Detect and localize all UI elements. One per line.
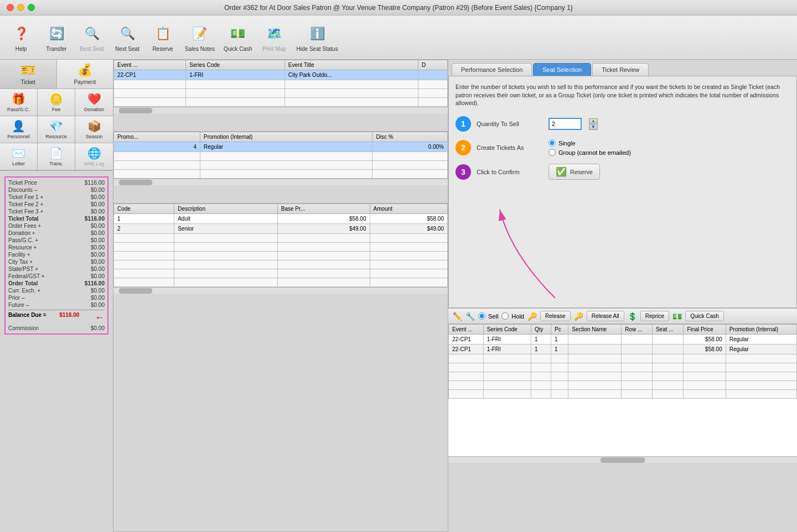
fee-label: Fee [52, 107, 61, 112]
reserve-button[interactable]: 📋 Reserve [146, 21, 179, 54]
ticket-empty-row [449, 354, 797, 363]
tickets-table-area[interactable]: Event ... Series Code Qty Pc Section Nam… [448, 324, 797, 456]
tab-seat-selection[interactable]: Seat Selection [533, 63, 591, 76]
seat-selection-panel: Enter the number of tickets you wish to … [448, 76, 797, 308]
radio-group[interactable] [548, 149, 556, 156]
help-icon: ❓ [11, 23, 32, 44]
trans-button[interactable]: 📄 Trans. [38, 143, 75, 170]
fin-row-ticket-price: Ticket Price $116.00 [8, 179, 105, 186]
reserve-btn-label: Reserve [570, 169, 593, 175]
fin-label-balance-due: Balance Due = [8, 312, 46, 324]
transfer-button[interactable]: 🔄 Transfer [40, 21, 73, 54]
events-table-row[interactable]: 22-CP1 1-FRI City Park Outdo... [114, 70, 448, 80]
promotions-table-scroll[interactable]: Promo... Promotion (Internal) Disc % 4 R… [113, 132, 448, 179]
tickets-col-promo: Promotion (Internal) [726, 325, 796, 335]
donation-icon: ❤️ [87, 92, 101, 106]
tickets-col-pc: Pc [551, 325, 568, 335]
personnel-button[interactable]: 👤 Personnel [0, 116, 38, 143]
price-amount-1: $58.00 [370, 214, 448, 224]
season-button[interactable]: 📦 Season [75, 116, 113, 143]
price-scrollbar[interactable] [113, 287, 448, 294]
event-series: 1-FRI [186, 70, 284, 80]
minimize-button[interactable] [17, 4, 24, 11]
events-scrollbar[interactable] [113, 107, 448, 113]
price-empty-row [114, 269, 448, 278]
quick-cash-bottom-button[interactable]: Quick Cash [685, 311, 724, 321]
help-button[interactable]: ❓ Help [4, 21, 38, 54]
best-seat-label: Best Seat [80, 46, 103, 52]
sales-notes-button[interactable]: 📝 Sales Notes [182, 21, 218, 54]
resource-button[interactable]: 💎 Resource [38, 116, 75, 143]
price-row-senior[interactable]: 2 Senior $49.00 $49.00 [114, 224, 448, 234]
radio-group-label[interactable]: Group (cannot be emailed) [548, 149, 631, 156]
ticket-seat-1 [652, 335, 684, 345]
confirm-reserve-button[interactable]: ✅ Reserve [548, 164, 600, 180]
pass-gc-button[interactable]: 🎁 Pass/G.C. [0, 89, 38, 116]
qty-down-button[interactable]: ▼ [589, 124, 598, 130]
events-col-series: Series Code [186, 60, 284, 70]
main-layout: 🎫 Ticket 💰 Payment 🎁 Pass/G.C. 🪙 Fee ❤️ … [0, 60, 797, 532]
tab-performance-selection[interactable]: Performance Selection [452, 63, 532, 76]
qty-up-button[interactable]: ▲ [589, 118, 598, 124]
promo-scrollbar-thumb [119, 180, 152, 185]
close-button[interactable] [7, 4, 14, 11]
price-scrollbar-thumb [119, 288, 152, 294]
tab-ticket[interactable]: 🎫 Ticket [0, 60, 57, 88]
title-bar: Order #362 for At Door Sales Patron @ Yo… [0, 0, 797, 15]
promo-empty-row [114, 152, 448, 161]
release-button[interactable]: Release [540, 311, 571, 321]
promo-table-row[interactable]: 4 Regular 0.00% [114, 142, 448, 152]
fin-value-future: $0.00 [91, 302, 105, 308]
price-row-adult[interactable]: 1 Adult $58.00 $58.00 [114, 214, 448, 224]
reprice-button[interactable]: Reprice [640, 311, 669, 321]
fin-row-order-total: Order Total $116.00 [8, 280, 105, 287]
event-title: City Park Outdo... [284, 70, 418, 80]
fin-label-facility: Facility + [8, 252, 30, 258]
resource-label: Resource [45, 134, 67, 139]
reprice-icon: 💲 [628, 312, 637, 321]
sell-radio[interactable] [478, 312, 485, 320]
step3-label: Click to Confirm [477, 169, 543, 175]
radio-single[interactable] [548, 139, 556, 147]
radio-single-label[interactable]: Single [548, 139, 631, 147]
sell-radio-label[interactable]: Sell [478, 312, 498, 320]
tab-ticket-review[interactable]: Ticket Review [592, 63, 649, 76]
edit-icon: ✏️ [453, 312, 462, 321]
hold-radio[interactable] [501, 312, 509, 320]
ticket-section-1 [568, 335, 622, 345]
letter-button[interactable]: ✉️ Letter [0, 143, 38, 170]
ticket-seat-2 [652, 345, 684, 354]
promotions-table-container: Promo... Promotion (Internal) Disc % 4 R… [113, 132, 448, 204]
price-code-1: 1 [114, 214, 174, 224]
fee-button[interactable]: 🪙 Fee [38, 89, 75, 116]
quantity-input[interactable] [548, 118, 582, 130]
fin-row-facility: Facility + $0.00 [8, 251, 105, 258]
price-desc-2: Senior [174, 224, 278, 234]
center-area: Event ... Series Code Event Title D 22-C… [113, 60, 448, 532]
promo-scrollbar[interactable] [113, 179, 448, 185]
pricing-table-container: Code Description Base Pr... Amount 1 Adu… [113, 204, 448, 532]
quick-cash-icon: 💵 [227, 23, 249, 44]
tickets-scrollbar[interactable] [448, 456, 797, 463]
pricing-table-scroll[interactable]: Code Description Base Pr... Amount 1 Adu… [113, 204, 448, 287]
window-title: Order #362 for At Door Sales Patron @ Yo… [224, 4, 573, 12]
events-table-scroll[interactable]: Event ... Series Code Event Title D 22-C… [113, 60, 448, 107]
best-seat-button[interactable]: 🔍 Best Seat [75, 21, 108, 54]
ticket-qty-2: 1 [531, 345, 551, 354]
pass-gc-label: Pass/G.C. [7, 107, 30, 112]
quick-cash-toolbar-button[interactable]: 💵 Quick Cash [220, 21, 256, 54]
print-map-button[interactable]: 🗺️ Print Map [258, 21, 291, 54]
price-col-code: Code [114, 204, 174, 214]
donation-button[interactable]: ❤️ Donation [75, 89, 113, 116]
hold-radio-label[interactable]: Hold [501, 312, 524, 320]
hide-seat-status-button[interactable]: ℹ️ Hide Seat Status [293, 21, 341, 54]
ticket-row-2[interactable]: 22-CP1 1-FRI 1 1 $58.00 Regular [449, 345, 797, 354]
radio-group-text: Group (cannot be emailed) [558, 149, 631, 156]
maximize-button[interactable] [28, 4, 35, 11]
web-log-button[interactable]: 🌐 Web Log [75, 143, 113, 170]
next-seat-button[interactable]: 🔍 Next Seat [111, 21, 144, 54]
release-all-button[interactable]: Release All [587, 311, 624, 321]
ticket-row-1[interactable]: 22-CP1 1-FRI 1 1 $58.00 Regular [449, 335, 797, 345]
step3-circle: 3 [456, 164, 471, 180]
tab-payment[interactable]: 💰 Payment [57, 60, 113, 88]
